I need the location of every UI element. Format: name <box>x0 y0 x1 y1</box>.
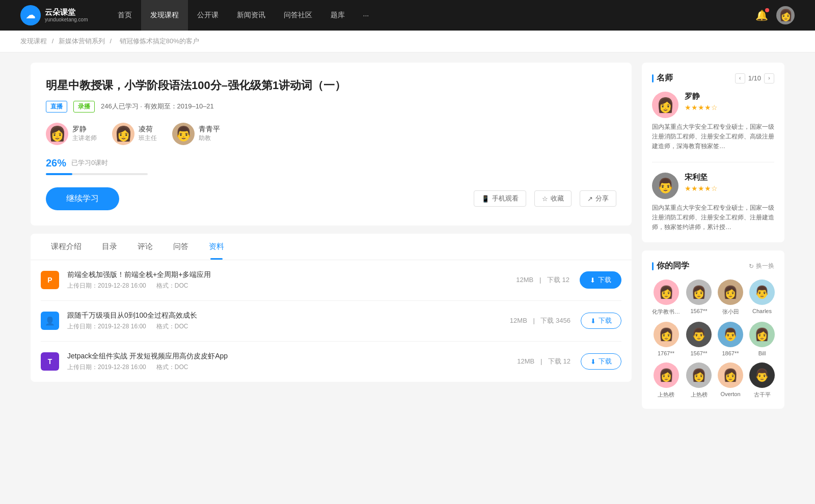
nav-qa[interactable]: 问答社区 <box>275 0 321 31</box>
classmate-avatar-3: 👨 <box>749 279 775 305</box>
sidebar-teacher-avatar-0: 👩 <box>652 92 678 118</box>
classmate-avatar-4: 👩 <box>654 322 679 347</box>
tag-rec: 录播 <box>73 101 95 113</box>
user-avatar[interactable]: 👩 <box>776 6 795 24</box>
download-button-1[interactable]: ⬇ 下载 <box>581 313 621 329</box>
main-nav: 首页 发现课程 公开课 新闻资讯 问答社区 题库 ··· <box>108 0 755 31</box>
download-icon-0: ⬇ <box>590 276 595 284</box>
classmate-6[interactable]: 👨 1867** <box>718 322 743 356</box>
classmate-4[interactable]: 👩 1767** <box>652 322 680 356</box>
refresh-icon: ↻ <box>749 263 754 270</box>
resource-icon-0: P <box>41 271 59 289</box>
notification-dot <box>765 8 769 12</box>
resource-meta-2: 上传日期：2019-12-28 16:00 格式：DOC <box>67 363 507 372</box>
teachers-section: 👩 罗静 主讲老师 👩 凌荷 班主任 👨 青青平 <box>46 123 616 145</box>
breadcrumb-current: 销冠修炼术搞定80%的客户 <box>120 37 199 45</box>
sidebar-teacher-top-0: 👩 罗静 ★★★★☆ <box>652 92 774 118</box>
nav-more[interactable]: ··· <box>354 0 378 31</box>
collect-button[interactable]: ☆ 收藏 <box>534 190 572 207</box>
classmate-name-5: 1567** <box>690 350 707 356</box>
resource-list: P 前端全栈加强版！前端全栈+全周期+多端应用 上传日期：2019-12-28 … <box>31 260 632 382</box>
classmate-avatar-6: 👨 <box>718 322 743 347</box>
classmate-name-8: 上热榜 <box>658 391 674 399</box>
tab-resources[interactable]: 资料 <box>199 234 234 260</box>
tab-catalog[interactable]: 目录 <box>92 234 127 260</box>
classmate-11[interactable]: 👨 古干平 <box>749 362 775 399</box>
course-meta-text: 246人已学习 · 有效期至：2019–10–21 <box>101 102 214 111</box>
download-button-2[interactable]: ⬇ 下载 <box>581 353 621 370</box>
classmate-name-9: 上热榜 <box>691 391 708 399</box>
resource-info-0: 前端全栈加强版！前端全栈+全周期+多端应用 上传日期：2019-12-28 16… <box>67 270 506 290</box>
logo[interactable]: ☁ 云朵课堂 yunduoketang.com <box>20 5 88 25</box>
progress-section: 26% 已学习0课时 <box>46 157 616 175</box>
nav-home[interactable]: 首页 <box>108 0 141 31</box>
sidebar-teacher-info-0: 罗静 ★★★★☆ <box>685 92 718 111</box>
star-icon: ☆ <box>542 195 548 203</box>
continue-button[interactable]: 继续学习 <box>46 187 119 210</box>
resource-item-2: T Jetpack全组件实战 开发短视频应用高仿皮皮虾App 上传日期：2019… <box>41 342 621 382</box>
course-meta: 直播 录播 246人已学习 · 有效期至：2019–10–21 <box>46 101 616 113</box>
classmate-3[interactable]: 👨 Charles <box>749 279 775 316</box>
tabs-header: 课程介绍 目录 评论 问答 资料 <box>31 234 632 260</box>
classmate-0[interactable]: 👩 化学教书… <box>652 279 680 316</box>
download-button-0[interactable]: ⬇ 下载 <box>580 271 621 289</box>
classmate-avatar-5: 👨 <box>686 322 712 347</box>
breadcrumb-series[interactable]: 新媒体营销系列 <box>59 37 105 45</box>
nav-public[interactable]: 公开课 <box>188 0 228 31</box>
resource-stats-1: 12MB | 下载 3456 <box>508 316 573 325</box>
classmates-title: 你的同学 <box>652 261 689 271</box>
classmate-8[interactable]: 👩 上热榜 <box>652 362 680 399</box>
sidebar-teacher-1: 👨 宋利坚 ★★★★☆ 国内某重点大学安全工程专业硕士，国家一级注册消防工程师、… <box>652 173 774 233</box>
resource-stats-0: 12MB | 下载 12 <box>514 275 572 285</box>
nav-quiz[interactable]: 题库 <box>321 0 354 31</box>
teacher-info-0: 罗静 主讲老师 <box>72 125 97 143</box>
teacher-avatar-1: 👩 <box>112 123 134 145</box>
tab-intro[interactable]: 课程介绍 <box>41 234 92 260</box>
progress-label: 已学习0课时 <box>71 158 108 167</box>
classmate-avatar-2: 👩 <box>718 279 743 305</box>
classmate-name-11: 古干平 <box>754 391 771 399</box>
classmates-sidebar-card: 你的同学 ↻ 换一换 👩 化学教书… 👩 1567** 👩 张小田 <box>642 250 784 409</box>
resource-info-1: 跟随千万级项目从0到100全过程高效成长 上传日期：2019-12-28 16:… <box>67 311 500 331</box>
tab-comments[interactable]: 评论 <box>127 234 163 260</box>
resource-name-1: 跟随千万级项目从0到100全过程高效成长 <box>67 311 500 320</box>
classmate-2[interactable]: 👩 张小田 <box>718 279 743 316</box>
classmate-10[interactable]: 👩 Overton <box>718 362 743 399</box>
classmate-5[interactable]: 👨 1567** <box>686 322 712 356</box>
next-page-button[interactable]: › <box>764 73 774 83</box>
nav-discover[interactable]: 发现课程 <box>141 0 188 31</box>
sidebar-teacher-desc-1: 国内某重点大学安全工程专业硕士，国家一级注册消防工程师、注册安全工程师、注册建造… <box>652 203 774 233</box>
bell-button[interactable]: 🔔 <box>755 9 768 21</box>
breadcrumb-discover[interactable]: 发现课程 <box>20 37 47 45</box>
sidebar-teacher-avatar-1: 👨 <box>652 173 678 199</box>
resource-meta-1: 上传日期：2019-12-28 16:00 格式：DOC <box>67 322 500 331</box>
resource-stats-2: 12MB | 下载 12 <box>515 357 573 366</box>
breadcrumb: 发现课程 / 新媒体营销系列 / 销冠修炼术搞定80%的客户 <box>0 31 815 52</box>
main-container: 明星中教授课，小学阶段语法100分–强化级第1讲动词（一） 直播 录播 246人… <box>10 52 805 427</box>
mobile-view-button[interactable]: 📱 手机观看 <box>474 190 526 207</box>
main-header: ☁ 云朵课堂 yunduoketang.com 首页 发现课程 公开课 新闻资讯… <box>0 0 815 31</box>
share-button[interactable]: ↗ 分享 <box>580 190 616 207</box>
resource-icon-2: T <box>41 352 59 371</box>
teachers-sidebar-card: 名师 ‹ 1/10 › 👩 罗静 ★★★★☆ 国内某重点大学安全工程专业硕士，国… <box>642 63 784 242</box>
refresh-button[interactable]: ↻ 换一换 <box>749 262 774 270</box>
nav-news[interactable]: 新闻资讯 <box>228 0 275 31</box>
classmate-9[interactable]: 👩 上热榜 <box>686 362 712 399</box>
right-sidebar: 名师 ‹ 1/10 › 👩 罗静 ★★★★☆ 国内某重点大学安全工程专业硕士，国… <box>642 63 784 417</box>
logo-icon: ☁ <box>20 5 41 25</box>
share-icon: ↗ <box>587 195 593 203</box>
classmate-avatar-9: 👩 <box>686 362 712 388</box>
teachers-pagination: ‹ 1/10 › <box>735 73 774 83</box>
sidebar-teacher-0: 👩 罗静 ★★★★☆ 国内某重点大学安全工程专业硕士，国家一级注册消防工程师、注… <box>652 92 774 162</box>
tag-live: 直播 <box>46 101 67 113</box>
prev-page-button[interactable]: ‹ <box>735 73 745 83</box>
tab-qa[interactable]: 问答 <box>163 234 199 260</box>
resource-meta-0: 上传日期：2019-12-28 16:00 格式：DOC <box>67 282 506 290</box>
classmate-1[interactable]: 👩 1567** <box>686 279 712 316</box>
classmates-grid: 👩 化学教书… 👩 1567** 👩 张小田 👨 Charles 👩 <box>652 279 774 399</box>
classmate-avatar-11: 👨 <box>749 362 775 388</box>
classmate-7[interactable]: 👩 Bill <box>749 322 775 356</box>
teacher-2: 👨 青青平 助教 <box>172 123 220 145</box>
progress-bar-fill <box>46 173 72 175</box>
classmate-name-10: Overton <box>720 391 740 397</box>
